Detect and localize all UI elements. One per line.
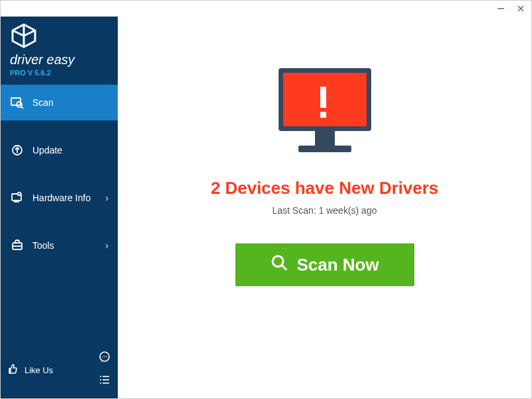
svg-point-16 [104,356,105,357]
sidebar: driver easy PRO V 5.6.2 Scan [1,17,118,398]
list-icon [98,373,111,386]
svg-line-31 [282,265,287,270]
speech-bubble-icon [98,351,111,364]
status-headline: 2 Devices have New Drivers [211,178,439,199]
brand-name: driver easy [10,52,109,67]
alert-graphic [269,63,381,162]
sidebar-item-label: Update [32,145,62,155]
chevron-right-icon: › [105,240,109,251]
close-button[interactable] [515,3,526,14]
svg-point-22 [100,382,101,384]
svg-point-17 [106,356,107,357]
minimize-icon [496,4,506,13]
svg-rect-27 [320,112,326,118]
scan-now-button[interactable]: Scan Now [236,244,414,286]
sidebar-item-scan[interactable]: Scan [1,85,118,120]
svg-point-15 [102,356,103,357]
app-body: driver easy PRO V 5.6.2 Scan [1,17,531,398]
sidebar-item-label: Hardware Info [32,193,91,203]
svg-rect-28 [315,131,335,146]
sidebar-item-hardware-info[interactable]: i Hardware Info › [1,180,118,216]
logo-icon [10,23,109,51]
like-us-button[interactable]: Like Us [7,363,53,377]
sidebar-footer: Like Us [1,344,118,398]
sidebar-item-label: Scan [32,97,54,108]
svg-text:i: i [19,193,20,196]
monitor-alert-icon [269,63,381,162]
app-window: driver easy PRO V 5.6.2 Scan [0,0,532,399]
search-icon [270,253,288,277]
sidebar-item-update[interactable]: Update [1,132,118,168]
last-scan-text: Last Scan: 1 week(s) ago [273,205,377,216]
update-icon [10,143,24,157]
svg-point-18 [100,376,101,377]
close-icon [516,4,525,13]
menu-button[interactable] [98,373,111,389]
svg-rect-26 [320,87,326,108]
title-bar [1,1,531,17]
sidebar-utility-icons [98,351,111,389]
scan-icon [10,95,24,110]
main-content: 2 Devices have New Drivers Last Scan: 1 … [118,17,531,398]
logo-area: driver easy PRO V 5.6.2 [1,17,118,82]
sidebar-nav: Scan Update [1,82,118,263]
minimize-button[interactable] [496,3,506,14]
svg-rect-29 [298,146,351,152]
scan-now-label: Scan Now [296,255,378,275]
version-label: PRO V 5.6.2 [10,69,109,77]
like-us-label: Like Us [24,365,53,375]
hardware-icon: i [10,191,24,205]
chevron-right-icon: › [105,193,109,203]
thumbs-up-icon [7,363,19,377]
svg-point-30 [273,256,283,267]
feedback-button[interactable] [98,351,111,367]
svg-line-6 [21,107,23,109]
sidebar-item-label: Tools [32,240,54,251]
tools-icon [10,238,24,253]
sidebar-item-tools[interactable]: Tools › [1,228,118,263]
svg-point-20 [100,379,101,380]
